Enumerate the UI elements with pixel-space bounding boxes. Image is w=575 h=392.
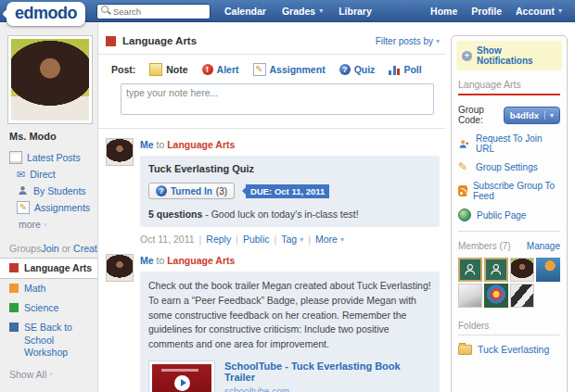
assignment-icon: ✎ xyxy=(17,201,30,214)
post-group-link[interactable]: Language Arts xyxy=(167,255,235,266)
folder-tuck-everlasting[interactable]: Tuck Everlasting xyxy=(458,343,560,355)
sidebar-more-link[interactable]: more ▾ xyxy=(19,219,97,230)
composer-tabs: Post: Note ! Alert ✎ Assignment ? Quiz xyxy=(111,63,440,76)
page-title: Language Arts xyxy=(122,35,197,46)
sidebar-group-science[interactable]: Science xyxy=(0,298,97,318)
quiz-icon: ? xyxy=(156,185,167,196)
member-avatar[interactable] xyxy=(510,284,534,308)
filter-posts-link[interactable]: Filter posts by ▾ xyxy=(376,36,440,46)
pencil-icon: ✎ xyxy=(458,161,470,173)
nav-grades[interactable]: Grades▾ xyxy=(282,6,323,17)
subscribe-feed-link[interactable]: Subscribe Group To Feed xyxy=(458,181,560,201)
tab-assignment[interactable]: ✎ Assignment xyxy=(253,63,326,76)
post-author-avatar[interactable] xyxy=(106,138,134,166)
post-note: Me to Language Arts Check out the book t… xyxy=(98,245,445,392)
turned-in-button[interactable]: ? Turned In (3) xyxy=(148,183,235,199)
sidebar-item-direct[interactable]: ✉ Direct xyxy=(17,169,97,180)
post-quiz: Me to Language Arts Tuck Everlasting Qui… xyxy=(98,129,445,245)
post-author-link[interactable]: Me xyxy=(140,255,154,266)
post-bubble: Check out the book trailer Megan created… xyxy=(140,272,440,392)
sidebar-item-by-students[interactable]: By Students xyxy=(17,184,97,196)
manage-members-link[interactable]: Manage xyxy=(527,241,560,251)
show-notifications-button[interactable]: + Show Notifications xyxy=(456,41,562,70)
post-bubble: Tuck Everlasting Quiz ? Turned In (3) DU… xyxy=(140,156,440,227)
profile-card[interactable] xyxy=(7,35,93,124)
divider xyxy=(458,231,560,232)
navbar-right-links: Home Profile Account▾ xyxy=(430,6,562,17)
nav-library[interactable]: Library xyxy=(339,6,372,17)
top-navbar: edmodo Calendar Grades▾ Library Home Pro… xyxy=(0,0,575,22)
post-author-avatar[interactable] xyxy=(106,254,134,282)
sidebar-group-language-arts[interactable]: Language Arts xyxy=(0,258,98,279)
chevron-down-icon: ▾ xyxy=(544,111,554,120)
post-label: Post: xyxy=(111,64,135,75)
post-group-link[interactable]: Language Arts xyxy=(167,139,235,150)
search-icon xyxy=(101,6,109,13)
search-input[interactable] xyxy=(96,4,211,19)
left-sidebar: Ms. Modo Latest Posts ✉ Direct By Studen… xyxy=(0,21,97,392)
group-color-swatch xyxy=(106,36,116,46)
post-author-link[interactable]: Me xyxy=(140,139,154,150)
right-panel: + Show Notifications Language Arts Group… xyxy=(451,35,568,392)
groups-header: Groups xyxy=(9,243,41,254)
join-group-link[interactable]: Join xyxy=(41,243,58,254)
post-composer: Post: Note ! Alert ✎ Assignment ? Quiz xyxy=(98,55,445,129)
play-icon xyxy=(174,375,190,391)
group-color-swatch xyxy=(9,263,19,272)
globe-icon xyxy=(458,209,471,221)
nav-calendar[interactable]: Calendar xyxy=(224,6,266,17)
member-avatar[interactable] xyxy=(484,258,508,282)
group-code-dropdown[interactable]: b4dfdx ▾ xyxy=(504,107,560,124)
video-embed: SchoolTube - Tuck Everlasting Book Trail… xyxy=(148,360,431,392)
edmodo-app: edmodo Calendar Grades▾ Library Home Pro… xyxy=(0,0,575,392)
note-input[interactable] xyxy=(121,83,434,115)
post-date: Oct 11, 2011 xyxy=(140,234,195,245)
person-icon xyxy=(458,138,470,150)
sidebar-group-se-back-to-school[interactable]: SE Back to School Workshop xyxy=(0,318,97,361)
sidebar-item-assignments[interactable]: ✎ Assignments xyxy=(17,201,97,214)
reply-link[interactable]: Reply xyxy=(206,234,231,245)
post-footer: Oct 11, 2011 | Reply | Public | Tag▾ | M… xyxy=(140,234,440,245)
member-avatar[interactable] xyxy=(458,284,482,308)
mail-icon: ✉ xyxy=(17,169,25,180)
request-join-url-link[interactable]: Request To Join URL xyxy=(458,133,560,154)
tab-quiz[interactable]: ? Quiz xyxy=(339,64,376,75)
video-thumbnail[interactable] xyxy=(148,360,215,392)
embed-title-link[interactable]: SchoolTube - Tuck Everlasting Book Trail… xyxy=(224,360,431,383)
group-code-row: Group Code: b4dfdx ▾ xyxy=(458,105,560,125)
more-link[interactable]: More▾ xyxy=(315,234,344,245)
nav-home[interactable]: Home xyxy=(430,6,457,17)
group-color-swatch xyxy=(9,322,19,332)
alert-icon: ! xyxy=(202,64,213,75)
panel-links: Request To Join URL ✎ Group Settings Sub… xyxy=(458,133,560,221)
tab-note[interactable]: Note xyxy=(149,63,187,76)
tab-poll[interactable]: Poll xyxy=(389,64,421,75)
edmodo-logo[interactable]: edmodo xyxy=(6,2,85,26)
nav-profile[interactable]: Profile xyxy=(471,6,502,17)
show-all-groups-link[interactable]: Show All ▾ xyxy=(9,369,97,380)
member-avatar[interactable] xyxy=(484,284,508,308)
public-page-link[interactable]: Public Page xyxy=(458,209,560,221)
tab-alert[interactable]: ! Alert xyxy=(202,64,239,75)
chevron-down-icon: ▾ xyxy=(558,6,562,15)
nav-account[interactable]: Account▾ xyxy=(516,6,562,17)
sidebar-group-math[interactable]: Math xyxy=(0,279,97,298)
person-outline-icon xyxy=(462,261,479,278)
tag-link[interactable]: Tag▾ xyxy=(281,234,303,245)
post-header: Me to Language Arts xyxy=(140,139,440,150)
plus-icon: + xyxy=(462,51,472,61)
chevron-down-icon: ▾ xyxy=(319,6,323,15)
panel-group-name: Language Arts xyxy=(458,79,560,95)
public-link[interactable]: Public xyxy=(243,234,270,245)
member-avatar[interactable] xyxy=(458,258,482,282)
chevron-down-icon: ▾ xyxy=(300,235,303,244)
group-code-label: Group Code: xyxy=(458,105,499,125)
post-header: Me to Language Arts xyxy=(140,255,440,266)
group-settings-link[interactable]: ✎ Group Settings xyxy=(458,161,560,173)
due-date-badge: DUE: Oct 11, 2011 xyxy=(246,184,329,198)
person-outline-icon xyxy=(488,261,505,278)
member-avatar[interactable] xyxy=(536,258,560,282)
sidebar-item-latest-posts[interactable]: Latest Posts xyxy=(9,151,97,164)
user-name: Ms. Modo xyxy=(9,131,97,142)
member-avatar[interactable] xyxy=(510,258,534,282)
